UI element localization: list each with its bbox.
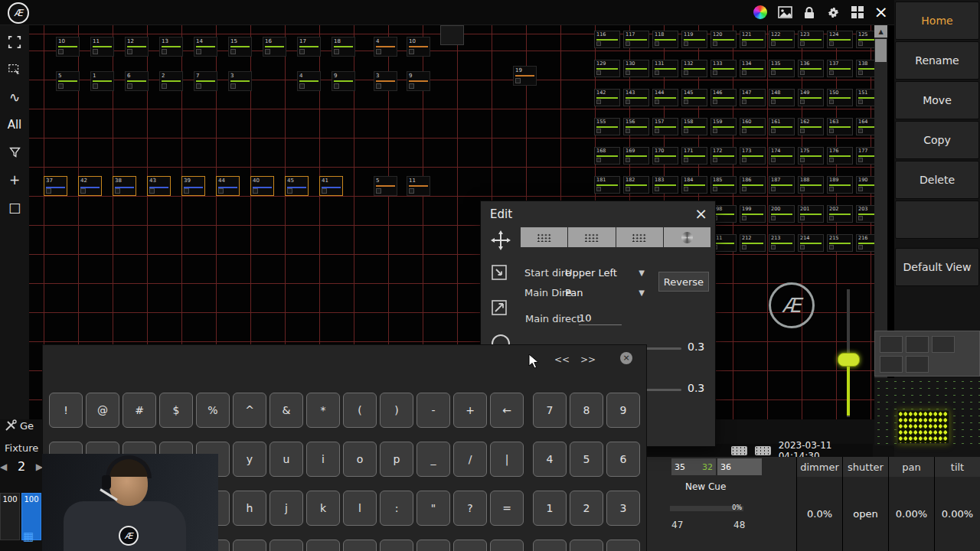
key-7[interactable]: 7 [533,393,567,428]
zoom-fit-icon[interactable] [5,34,24,51]
key-blank[interactable] [380,540,413,551]
start-direction-dropdown[interactable]: Upper Left ▼ [565,264,645,281]
key-u[interactable]: u [270,442,303,477]
parameter-readout: dimmer0.0%shutteropenpan0.00%tilt0.00% [796,457,980,551]
main-direction-dropdown[interactable]: Pan ▼ [565,284,645,301]
sidebar-button-delete[interactable]: Delete [895,161,979,199]
key-&[interactable]: & [270,393,303,428]
readout-value: 0.00% [935,477,980,551]
key-@[interactable]: @ [86,393,119,428]
key-p[interactable]: p [380,442,413,477]
key-blank[interactable] [570,540,603,551]
select-rect-icon[interactable] [5,61,24,78]
cue-cell[interactable]: 36 [717,458,762,475]
key-blank[interactable] [233,540,266,551]
sidebar-button-rename[interactable]: Rename [895,41,979,80]
channel-fader[interactable]: 100 [0,493,20,540]
key-+[interactable]: + [453,393,487,428]
keyboard-icon[interactable] [731,446,747,455]
key-*[interactable]: * [306,393,340,428]
close-icon[interactable]: × [874,4,888,21]
filter-icon[interactable] [5,144,24,161]
key-)[interactable]: ) [380,393,413,428]
cue-footer-left: 47 [671,520,683,530]
reverse-button[interactable]: Reverse [658,272,709,292]
sidebar-button-copy[interactable]: Copy [895,121,979,159]
key-l[interactable]: l [343,491,377,526]
key-:[interactable]: : [380,491,413,526]
key-blank[interactable] [306,540,340,551]
select-all-button[interactable]: All [5,116,24,133]
readout-column-tilt: tilt0.00% [934,457,980,551]
image-icon[interactable] [778,6,792,18]
key-5[interactable]: 5 [570,442,603,477]
lasso-icon[interactable]: ∿ [5,89,24,106]
main-direct-input[interactable]: 10 [579,310,622,325]
key-=[interactable]: = [490,491,524,526]
key-3[interactable]: 3 [606,491,640,526]
window-layout-icon[interactable] [851,6,864,18]
key-?[interactable]: ? [453,491,487,526]
key-1[interactable]: 1 [533,491,567,526]
key-^[interactable]: ^ [233,393,266,428]
add-icon[interactable]: + [5,171,24,188]
dialog-close-icon[interactable]: × [694,204,707,223]
key-blank[interactable] [270,540,303,551]
keyboard-next-button[interactable]: >> [580,354,596,365]
key-8[interactable]: 8 [570,393,603,428]
keypad-icon[interactable] [755,446,771,455]
key-blank[interactable] [343,540,377,551]
cue-progress-value: 0% [732,504,742,511]
key--[interactable]: - [416,393,450,428]
mode-rows-button[interactable] [521,227,567,247]
headset-band [106,455,152,478]
key-/[interactable]: / [453,442,487,477]
key-h[interactable]: h [233,491,266,526]
key-2[interactable]: 2 [570,491,603,526]
key-6[interactable]: 6 [606,442,640,477]
mode-wheel-button[interactable] [664,227,710,247]
key-![interactable]: ! [49,393,83,428]
matrix-icon[interactable]: ▦ [23,531,34,543]
key-y[interactable]: y [233,442,266,477]
key-k[interactable]: k [306,491,340,526]
key-j[interactable]: j [270,491,303,526]
mode-columns-button[interactable] [568,227,615,247]
key-4[interactable]: 4 [533,442,567,477]
key-blank[interactable] [453,540,487,551]
key-blank[interactable] [533,540,567,551]
keyboard-prev-button[interactable]: << [554,354,570,365]
key-←[interactable]: ← [490,393,524,428]
cue-cell-active[interactable]: 35 32 [671,458,716,475]
key-%[interactable]: % [196,393,230,428]
key-_[interactable]: _ [416,442,450,477]
key-([interactable]: ( [343,393,377,428]
square-tool-icon[interactable]: □ [5,199,24,216]
key-blank[interactable] [490,540,524,551]
sidebar-button-move[interactable]: Move [895,81,979,119]
keyboard-close-icon[interactable]: × [620,352,632,364]
key-blank[interactable] [416,540,450,551]
key-blank[interactable] [606,540,640,551]
key-9[interactable]: 9 [606,393,640,428]
key-$[interactable]: $ [159,393,193,428]
gear-icon[interactable] [826,5,841,20]
mode-grid-button[interactable] [616,227,663,247]
key-"[interactable]: " [416,491,450,526]
page-prev-icon[interactable]: ◀ [0,461,7,472]
sidebar-button-default-view[interactable]: Default View [895,248,979,286]
master-fader-handle[interactable] [838,353,860,367]
scroll-up-icon[interactable]: ▲ [874,25,887,37]
sidebar-button-blank[interactable] [895,201,979,239]
tools-icon[interactable] [5,419,17,432]
lock-icon[interactable] [803,6,815,19]
key-o[interactable]: o [343,442,377,477]
sidebar-button-home[interactable]: Home [895,2,979,40]
move-icon[interactable] [491,230,511,250]
key-|[interactable]: | [490,442,524,477]
key-#[interactable]: # [122,393,156,428]
color-wheel-icon[interactable] [753,5,767,19]
readout-header: tilt [935,457,980,477]
key-i[interactable]: i [306,442,340,477]
scrollbar-thumb[interactable] [875,39,887,62]
